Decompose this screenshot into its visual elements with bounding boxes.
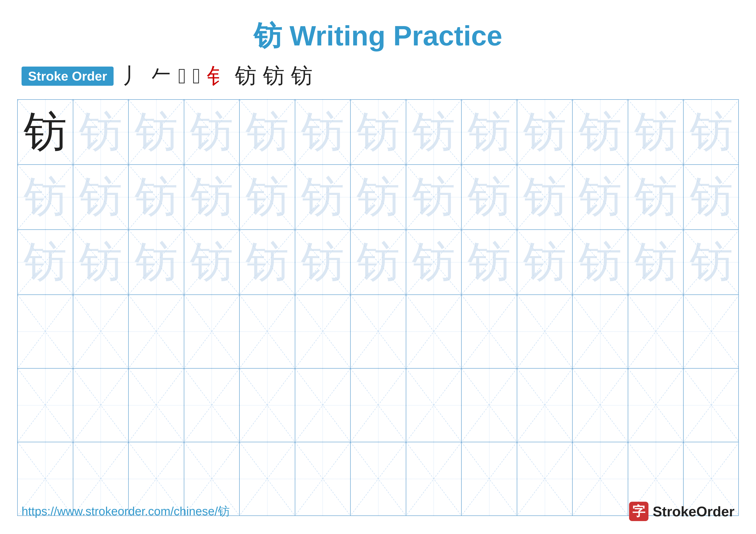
- grid-cell-3-8[interactable]: 钫: [406, 230, 462, 294]
- grid-cell-5-1[interactable]: [18, 369, 73, 442]
- grid-cell-1-7[interactable]: 钫: [351, 100, 406, 165]
- svg-line-97: [517, 295, 572, 368]
- grid-cell-2-5[interactable]: 钫: [240, 165, 295, 229]
- grid-cell-2-11[interactable]: 钫: [573, 165, 628, 229]
- grid-cell-5-8[interactable]: [406, 369, 462, 442]
- grid-cell-5-5[interactable]: [240, 369, 295, 442]
- grid-cell-2-10[interactable]: 钫: [517, 165, 573, 229]
- grid-cell-1-13[interactable]: 钫: [684, 100, 739, 165]
- grid-cell-3-4[interactable]: 钫: [184, 230, 240, 294]
- svg-line-126: [628, 369, 683, 442]
- svg-line-96: [517, 295, 572, 368]
- grid-cell-2-9[interactable]: 钫: [462, 165, 517, 229]
- grid-cell-5-11[interactable]: [573, 369, 628, 442]
- grid-cell-4-2[interactable]: [73, 295, 129, 368]
- grid-cell-2-1[interactable]: 钫: [18, 165, 73, 229]
- svg-line-85: [184, 295, 239, 368]
- grid-cell-3-6[interactable]: 钫: [295, 230, 351, 294]
- grid-cell-1-2[interactable]: 钫: [73, 100, 129, 165]
- grid-cell-1-9[interactable]: 钫: [462, 100, 517, 165]
- svg-line-110: [184, 369, 239, 442]
- grid-row-3: 钫 钫 钫 钫 钫 钫 钫 钫 钫 钫 钫 钫 钫: [18, 230, 738, 295]
- grid-cell-3-2[interactable]: 钫: [73, 230, 129, 294]
- grid-cell-4-6[interactable]: [295, 295, 351, 368]
- grid-cell-4-9[interactable]: [462, 295, 517, 368]
- grid-cell-5-7[interactable]: [351, 369, 406, 442]
- grid-cell-2-12[interactable]: 钫: [628, 165, 684, 229]
- svg-line-105: [18, 369, 73, 442]
- grid-cell-1-8[interactable]: 钫: [406, 100, 462, 165]
- grid-cell-5-2[interactable]: [73, 369, 129, 442]
- grid-cell-1-3[interactable]: 钫: [129, 100, 184, 165]
- grid-cell-3-11[interactable]: 钫: [573, 230, 628, 294]
- grid-cell-4-8[interactable]: [406, 295, 462, 368]
- grid-cell-1-11[interactable]: 钫: [573, 100, 628, 165]
- grid-cell-3-3[interactable]: 钫: [129, 230, 184, 294]
- svg-line-98: [573, 295, 628, 368]
- grid-cell-3-10[interactable]: 钫: [517, 230, 573, 294]
- svg-line-127: [628, 369, 683, 442]
- svg-line-88: [295, 295, 350, 368]
- svg-line-78: [18, 295, 73, 368]
- grid-cell-4-13[interactable]: [684, 295, 739, 368]
- grid-cell-5-10[interactable]: [517, 369, 573, 442]
- svg-line-104: [18, 369, 73, 442]
- grid-cell-5-13[interactable]: [684, 369, 739, 442]
- grid-row-4: [18, 295, 738, 369]
- grid-cell-2-8[interactable]: 钫: [406, 165, 462, 229]
- grid-cell-1-4[interactable]: 钫: [184, 100, 240, 165]
- grid-cell-5-9[interactable]: [462, 369, 517, 442]
- grid-cell-2-6[interactable]: 钫: [295, 165, 351, 229]
- title-area: 钫 Writing Practice: [0, 0, 756, 55]
- svg-line-84: [184, 295, 239, 368]
- svg-line-124: [573, 369, 628, 442]
- grid-cell-4-3[interactable]: [129, 295, 184, 368]
- grid-cell-1-12[interactable]: 钫: [628, 100, 684, 165]
- grid-cell-1-1[interactable]: 钫: [18, 100, 73, 165]
- grid-cell-5-4[interactable]: [184, 369, 240, 442]
- footer-logo-text: StrokeOrder: [653, 503, 735, 520]
- svg-line-95: [462, 295, 517, 368]
- grid-cell-2-3[interactable]: 钫: [129, 165, 184, 229]
- stroke-order-badge: Stroke Order: [21, 66, 114, 86]
- svg-line-87: [240, 295, 295, 368]
- svg-line-91: [351, 295, 406, 368]
- svg-line-111: [184, 369, 239, 442]
- grid-cell-4-7[interactable]: [351, 295, 406, 368]
- svg-line-101: [628, 295, 683, 368]
- grid-cell-3-5[interactable]: 钫: [240, 230, 295, 294]
- grid-cell-2-2[interactable]: 钫: [73, 165, 129, 229]
- writing-grid: 钫 钫 钫 钫: [17, 99, 739, 516]
- svg-line-128: [684, 369, 739, 442]
- grid-cell-1-6[interactable]: 钫: [295, 100, 351, 165]
- grid-cell-3-13[interactable]: 钫: [684, 230, 739, 294]
- svg-line-113: [240, 369, 295, 442]
- svg-line-94: [462, 295, 517, 368]
- svg-line-106: [73, 369, 128, 442]
- grid-cell-4-10[interactable]: [517, 295, 573, 368]
- grid-cell-4-1[interactable]: [18, 295, 73, 368]
- grid-cell-2-13[interactable]: 钫: [684, 165, 739, 229]
- svg-line-81: [73, 295, 128, 368]
- grid-cell-2-7[interactable]: 钫: [351, 165, 406, 229]
- grid-cell-4-5[interactable]: [240, 295, 295, 368]
- grid-cell-3-7[interactable]: 钫: [351, 230, 406, 294]
- grid-cell-2-4[interactable]: 钫: [184, 165, 240, 229]
- grid-cell-1-5[interactable]: 钫: [240, 100, 295, 165]
- grid-cell-5-12[interactable]: [628, 369, 684, 442]
- svg-line-93: [406, 295, 461, 368]
- stroke-2: 𠂉: [150, 64, 172, 89]
- grid-cell-3-12[interactable]: 钫: [628, 230, 684, 294]
- grid-cell-4-4[interactable]: [184, 295, 240, 368]
- svg-line-122: [517, 369, 572, 442]
- grid-cell-1-10[interactable]: 钫: [517, 100, 573, 165]
- grid-cell-4-11[interactable]: [573, 295, 628, 368]
- grid-cell-5-6[interactable]: [295, 369, 351, 442]
- grid-cell-3-1[interactable]: 钫: [18, 230, 73, 294]
- grid-cell-4-12[interactable]: [628, 295, 684, 368]
- svg-line-118: [406, 369, 461, 442]
- svg-line-117: [351, 369, 406, 442]
- grid-cell-5-3[interactable]: [129, 369, 184, 442]
- grid-row-1: 钫 钫 钫 钫: [18, 100, 738, 165]
- grid-cell-3-9[interactable]: 钫: [462, 230, 517, 294]
